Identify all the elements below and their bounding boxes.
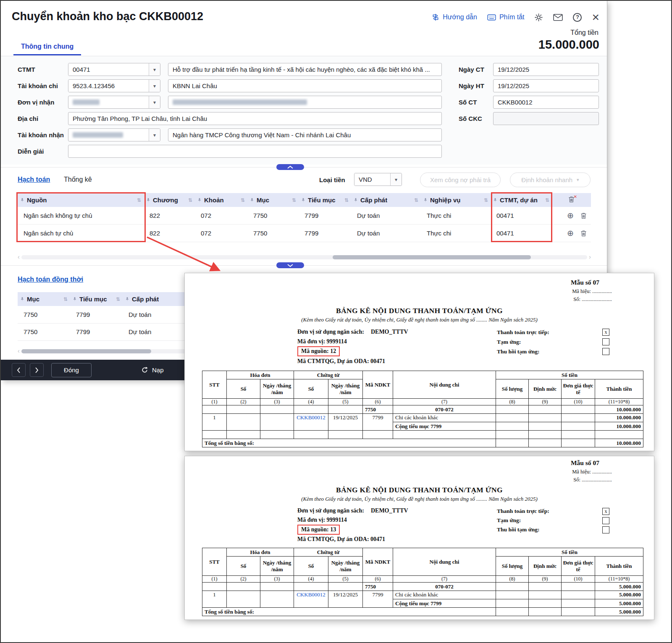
scroll-left-icon[interactable]: ‹ [18,348,20,354]
doc-ctmt-line: Mã CTMTQG, Dự án ODA: 00471 [297,356,642,366]
add-row-icon[interactable]: ⊕ [567,211,574,220]
doc-source-code-highlight: Mã nguồn: 13 [297,525,340,535]
close-button[interactable]: Đóng [51,363,92,377]
simultaneous-accounting-link[interactable]: Hạch toán đồng thời [18,276,83,283]
ctmt-combo[interactable]: ▾ [68,63,160,76]
reload-label: Nạp [152,366,164,374]
tab-thong-ke[interactable]: Thống kê [64,176,92,183]
currency-input[interactable] [354,173,390,186]
empty-cell [529,608,562,616]
description-input[interactable] [68,145,442,158]
empty-cell [227,414,260,431]
column-header-label: Nguồn [27,196,47,204]
scrollbar-thumb[interactable] [333,255,531,259]
th-voucher-no: Số [294,557,328,576]
receive-account-combo[interactable]: ▾ [68,128,160,141]
add-row-icon[interactable]: ⊕ [567,228,574,238]
accounting-table-scrollbar[interactable]: ‹ › [18,254,591,260]
doc-ma-hieu: Mã hiệu: ............... [513,468,612,476]
column-header-ctmt[interactable]: CTMT, dự án⇅ [491,193,552,207]
scrollbar-thumb[interactable] [21,349,151,353]
accounting-row[interactable]: Ngân sách không tự chủ 822 072 7750 7799… [18,207,591,225]
quick-entry-button[interactable]: Định khoản nhanh ▾ [510,173,591,187]
ckc-number-input[interactable] [493,112,599,125]
currency-dropdown-button[interactable]: ▾ [390,173,402,186]
column-header-cap-phat[interactable]: Cấp phát⇅ [351,193,421,207]
column-header-label: Chương [153,196,178,204]
subtotal-label: Cộng tiểu mục 7799 [393,599,496,608]
post-date-input[interactable] [493,79,599,92]
pay-account-desc-input[interactable] [168,79,442,92]
receiver-dropdown-button[interactable]: ▾ [149,96,160,108]
pay-account-code-input[interactable] [68,80,149,92]
next-record-button[interactable] [30,363,44,377]
receive-account-desc-input[interactable] [168,128,442,141]
chk-recover-checkbox [602,348,609,355]
doc-form-number: Mẫu số 07 [513,279,612,286]
reload-button[interactable]: Nạp [141,366,164,374]
sort-icon[interactable]: ⇅ [484,197,488,203]
scrollbar-track[interactable] [21,255,588,259]
delete-row-icon[interactable] [580,230,587,237]
empty-cell [260,414,294,431]
view-payable-button[interactable]: Xem công nợ phải trả [420,173,501,187]
accounting-row[interactable]: Ngân sách tự chủ 822 072 7750 7799 Dự to… [18,225,591,242]
help-guide-link[interactable]: Hướng dẫn [432,13,477,21]
delete-row-icon[interactable] [580,212,587,219]
settings-button[interactable] [534,13,543,22]
empty-cell [227,583,260,591]
sort-icon[interactable]: ⇅ [137,197,141,203]
pay-account-combo[interactable]: ▾ [68,79,160,92]
receiver-desc-input[interactable] [168,96,442,109]
sort-icon[interactable]: ⇅ [116,296,120,302]
sort-icon[interactable]: ⇅ [292,197,296,203]
doc-date-input[interactable] [493,63,599,76]
detail-voucher-link[interactable]: CKKB00012 [294,414,328,431]
sort-icon[interactable]: ⇅ [414,197,418,203]
help-button[interactable]: ? [573,13,582,22]
scroll-left-icon[interactable]: ‹ [18,254,20,260]
doc-number-input[interactable] [493,96,599,109]
empty-cell [496,599,529,608]
column-header-nguon[interactable]: Nguồn⇅ [18,193,144,207]
column-header-nghiep-vu[interactable]: Nghiệp vụ⇅ [421,193,491,207]
message-button[interactable] [553,14,563,21]
detail-voucher-link[interactable]: CKKB00012 [294,591,328,608]
column-header-chuong[interactable]: Chương⇅ [144,193,195,207]
sort-icon[interactable]: ⇅ [344,197,349,203]
column-header-khoan[interactable]: Khoản⇅ [195,193,247,207]
ctmt-label: CTMT [18,63,35,76]
column-header-tieu-muc[interactable]: Tiểu mục⇅ [70,292,123,306]
doc-title: BẢNG KÊ NỘI DUNG THANH TOÁN/TẠM ỨNG [197,486,642,494]
ctmt-code-input[interactable] [68,63,149,76]
expand-section-button[interactable] [276,262,304,268]
close-window-button[interactable]: × [592,13,599,22]
column-header-muc[interactable]: Mục⇅ [18,292,70,306]
sort-icon[interactable]: ⇅ [63,296,68,302]
address-input[interactable] [68,112,442,125]
currency-combo[interactable]: ▾ [354,173,402,186]
prev-record-button[interactable] [12,363,26,377]
ctmt-desc-input[interactable] [168,63,442,76]
tab-general-info[interactable]: Thông tin chung [13,43,81,55]
th-voucher-date: Ngày /tháng /năm [328,379,363,399]
column-header-tieu-muc[interactable]: Tiểu mục⇅ [299,193,351,207]
ctmt-dropdown-button[interactable]: ▾ [149,63,160,76]
column-header-muc[interactable]: Mục⇅ [247,193,299,207]
empty-cell [562,583,595,591]
scroll-right-icon[interactable]: › [589,254,591,260]
window-header-actions: Hướng dẫn Phím tắt ? × [432,13,599,22]
receiver-combo[interactable]: ▾ [68,96,160,109]
receive-account-dropdown-button[interactable]: ▾ [149,129,160,141]
column-header-delete-all[interactable]: ✕ [552,193,591,207]
group-amount: 10.000.000 [595,405,643,414]
shortcuts-link[interactable]: Phím tắt [487,13,525,21]
pay-account-dropdown-button[interactable]: ▾ [149,80,160,92]
collapse-form-button[interactable] [276,164,304,170]
sort-icon[interactable]: ⇅ [545,197,549,203]
tab-hach-toan[interactable]: Hạch toán [18,176,50,183]
empty-cell [294,583,328,591]
post-date-label: Ngày HT [459,79,484,92]
sort-icon[interactable]: ⇅ [241,197,245,203]
sort-icon[interactable]: ⇅ [188,197,192,203]
